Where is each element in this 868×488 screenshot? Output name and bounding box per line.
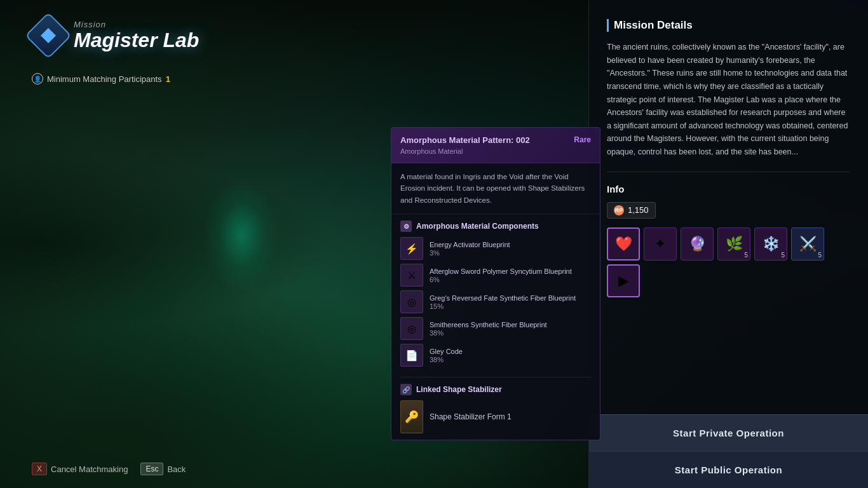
component-item: ◎ Greg's Reversed Fate Synthetic Fiber B…: [400, 290, 591, 313]
component-item: ⚔ Afterglow Sword Polymer Syncytium Blue…: [400, 264, 591, 287]
rewards-grid: ❤️ ✦ 🔮 🌿 5 ❄️ 5 ⚔️ 5: [607, 227, 850, 261]
action-buttons: Start Private Operation Start Public Ope…: [589, 414, 868, 488]
rp-value: 1,150: [628, 205, 649, 215]
component-name-3: Greg's Reversed Fate Synthetic Fiber Blu…: [430, 294, 591, 302]
cancel-key: X: [32, 463, 47, 475]
reward-arrow-icon: ▶: [618, 273, 629, 289]
cave-light: [203, 178, 280, 292]
component-item: ◎ Smithereens Synthetic Fiber Blueprint …: [400, 317, 591, 340]
popup-title: Amorphous Material Pattern: 002: [400, 135, 530, 146]
popup-subtitle: Amorphous Material: [400, 147, 530, 155]
cancel-matchmaking-button[interactable]: X Cancel Matchmaking: [32, 463, 128, 475]
reward-count: 5: [781, 252, 785, 259]
linked-section: 🔗 Linked Shape Stabilizer 🔑 Shape Stabil…: [391, 377, 600, 440]
reward-count: 5: [744, 252, 748, 259]
start-public-operation-button[interactable]: Start Public Operation: [589, 451, 868, 488]
reward-item[interactable]: ▶: [607, 264, 640, 297]
section-title-bar: Mission Details: [607, 19, 850, 32]
component-name-5: Gley Code: [430, 347, 591, 356]
component-name-1: Energy Activator Blueprint: [430, 240, 591, 249]
reward-item[interactable]: ❄️ 5: [754, 227, 787, 261]
mission-participants: 👤 Minimum Matching Participants 1: [32, 73, 170, 85]
rp-badge: RP 1,150: [607, 202, 656, 219]
rewards-grid-2: ▶: [607, 264, 850, 297]
component-pct-5: 38%: [430, 356, 591, 363]
popup-rarity: Rare: [574, 135, 591, 144]
component-icon-1: ⚡: [400, 237, 423, 260]
component-icon-2: ⚔: [400, 264, 423, 287]
component-info-4: Smithereens Synthetic Fiber Blueprint 38…: [430, 320, 591, 337]
mission-icon-diamond: [41, 28, 56, 43]
rp-icon: RP: [614, 205, 624, 215]
reward-item[interactable]: ⚔️ 5: [791, 227, 824, 261]
component-info-1: Energy Activator Blueprint 3%: [430, 240, 591, 257]
linked-icon-indicator: 🔗: [400, 384, 412, 395]
component-info-5: Gley Code 38%: [430, 347, 591, 363]
component-icon-3: ◎: [400, 290, 423, 313]
component-icon-5: 📄: [400, 344, 423, 367]
linked-section-title: Linked Shape Stabilizer: [416, 385, 502, 394]
start-private-operation-button[interactable]: Start Private Operation: [589, 414, 868, 451]
popup-title-group: Amorphous Material Pattern: 002 Amorphou…: [400, 135, 530, 155]
mission-icon: [25, 12, 72, 59]
reward-item[interactable]: 🔮: [681, 227, 714, 261]
back-button[interactable]: Esc Back: [140, 463, 186, 475]
component-pct-4: 38%: [430, 329, 591, 337]
reward-count: 5: [818, 252, 822, 259]
reward-crystal-icon: ❄️: [763, 236, 780, 252]
component-pct-2: 6%: [430, 276, 591, 283]
info-section: Info RP 1,150 ❤️ ✦ 🔮 🌿 5 ❄️ 5: [589, 172, 868, 306]
popup-header: Amorphous Material Pattern: 002 Amorphou…: [391, 128, 600, 163]
component-name-4: Smithereens Synthetic Fiber Blueprint: [430, 320, 591, 329]
components-icon: ⚙: [400, 220, 412, 232]
reward-leaf-icon: 🌿: [726, 236, 743, 252]
linked-item-icon: 🔑: [400, 400, 423, 433]
reward-heart-icon: ❤️: [615, 236, 632, 252]
reward-item[interactable]: ❤️: [607, 227, 640, 261]
linked-item: 🔑 Shape Stabilizer Form 1: [400, 400, 591, 433]
item-popup: Amorphous Material Pattern: 002 Amorphou…: [391, 127, 600, 440]
reward-orb-icon: 🔮: [689, 236, 706, 252]
mission-details-section: Mission Details The ancient ruins, colle…: [589, 0, 868, 172]
component-info-3: Greg's Reversed Fate Synthetic Fiber Blu…: [430, 294, 591, 310]
components-section: ⚙ Amorphous Material Components ⚡ Energy…: [391, 214, 600, 377]
participants-label: Minimum Matching Participants: [47, 74, 162, 84]
mission-header: Mission Magister Lab: [32, 19, 199, 52]
reward-star-icon: ✦: [654, 236, 666, 252]
participants-count: 1: [166, 74, 170, 84]
components-title: Amorphous Material Components: [416, 222, 539, 231]
component-pct-3: 15%: [430, 302, 591, 310]
mission-text: Mission Magister Lab: [74, 20, 199, 51]
reward-item[interactable]: ✦: [644, 227, 677, 261]
popup-description: A material found in Ingris and the Void …: [391, 163, 600, 214]
mission-details-title: Mission Details: [614, 19, 693, 32]
component-item: 📄 Gley Code 38%: [400, 344, 591, 367]
linked-item-name: Shape Stabilizer Form 1: [430, 412, 512, 421]
component-name-2: Afterglow Sword Polymer Syncytium Bluepr…: [430, 267, 591, 276]
component-pct-1: 3%: [430, 249, 591, 257]
reward-item[interactable]: 🌿 5: [717, 227, 750, 261]
title-accent: [607, 19, 609, 32]
right-panel: Mission Details The ancient ruins, colle…: [588, 0, 868, 488]
back-label: Back: [167, 464, 186, 474]
reward-weapon-icon: ⚔️: [799, 236, 817, 252]
bottom-bar: X Cancel Matchmaking Esc Back: [32, 463, 186, 475]
mission-label: Mission: [74, 20, 199, 29]
component-item: ⚡ Energy Activator Blueprint 3%: [400, 237, 591, 260]
component-info-2: Afterglow Sword Polymer Syncytium Bluepr…: [430, 267, 591, 283]
mission-description: The ancient ruins, collectively known as…: [607, 41, 850, 159]
components-section-title: ⚙ Amorphous Material Components: [400, 220, 591, 232]
participants-icon: 👤: [32, 73, 43, 85]
back-key: Esc: [140, 463, 163, 475]
mission-name: Magister Lab: [74, 29, 199, 51]
info-title: Info: [607, 184, 850, 194]
linked-title: 🔗 Linked Shape Stabilizer: [400, 384, 591, 395]
component-icon-4: ◎: [400, 317, 423, 340]
cancel-label: Cancel Matchmaking: [51, 464, 128, 474]
